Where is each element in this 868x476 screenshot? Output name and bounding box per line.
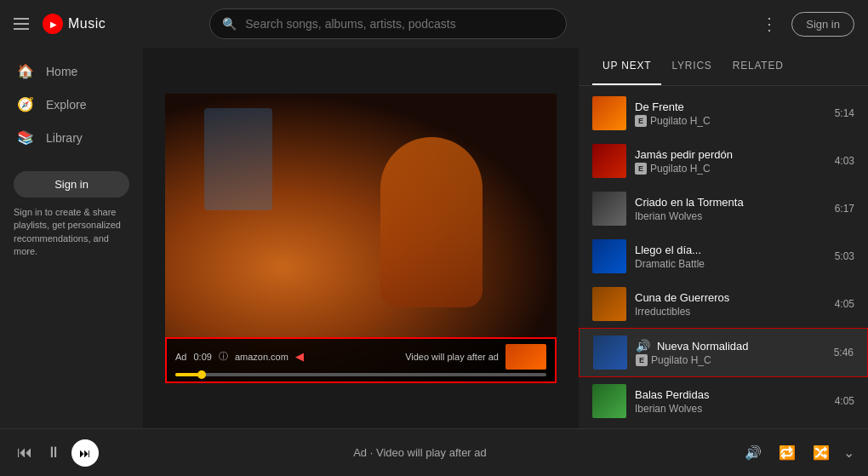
queue-item-artist: EPugilato H_C [635, 115, 826, 127]
home-icon: 🏠 [17, 63, 34, 79]
queue-item[interactable]: Llego el día...Dramatic Battle5:03 [579, 232, 868, 280]
playing-icon: 🔊 [636, 339, 654, 353]
player-controls: ⏮ ⏸ ⏭ [14, 439, 99, 467]
shuffle-button[interactable]: 🔀 [809, 441, 833, 464]
topbar-right: ⋮ Sign in [761, 12, 854, 37]
ad-progress-fill [175, 373, 205, 376]
queue-item-title: 🔊 Nueva Normalidad [636, 339, 825, 353]
tab-up-next[interactable]: UP NEXT [592, 48, 661, 85]
queue-item-title: De Frente [635, 100, 826, 113]
search-input[interactable] [245, 17, 554, 31]
sidebar-item-library[interactable]: 📚 Library [0, 121, 143, 154]
queue-item-thumbnail [592, 96, 626, 130]
queue-item-duration: 4:05 [835, 395, 854, 407]
bottom-ad-text: Ad · Video will play after ad [109, 446, 731, 459]
queue-item-thumbnail [592, 144, 626, 178]
explicit-icon: E [635, 115, 647, 127]
logo-text: Music [68, 16, 106, 32]
queue-item[interactable]: 🔊 Nueva NormalidadEPugilato H_C5:46 [579, 328, 868, 377]
ad-info: Ad 0:09 ⓘ amazon.com ◀ [175, 350, 304, 363]
sidebar-item-library-label: Library [46, 131, 83, 145]
menu-icon[interactable] [14, 18, 29, 30]
queue-item-duration: 5:03 [835, 250, 854, 262]
repeat-button[interactable]: 🔁 [775, 441, 799, 464]
queue-item-duration: 4:05 [835, 298, 854, 310]
queue-item-duration: 5:14 [835, 107, 854, 119]
sidebar-sign-in-button[interactable]: Sign in [14, 171, 129, 198]
queue-item-artist: Dramatic Battle [635, 258, 826, 270]
video-container[interactable]: Ad 0:09 ⓘ amazon.com ◀ Video will play a… [165, 94, 557, 383]
queue-item-info: Jamás pedir perdónEPugilato H_C [635, 148, 826, 175]
queue-item-title: Jamás pedir perdón [635, 148, 826, 161]
bottom-right-controls: 🔊 🔁 🔀 ⌄ [741, 441, 854, 464]
queue-item-info: Cuna de GuerrerosIrreductibles [635, 291, 826, 318]
explore-icon: 🧭 [17, 96, 34, 112]
pause-button[interactable]: ⏸ [43, 440, 65, 465]
ad-will-play-text: Video will play after ad [405, 352, 499, 362]
queue-item-artist: Iberian Wolves [635, 403, 826, 415]
queue-item[interactable]: Criado en la TormentaIberian Wolves6:17 [579, 185, 868, 232]
explicit-icon: E [636, 354, 648, 366]
library-icon: 📚 [17, 129, 34, 146]
sidebar-signin-section: Sign in Sign in to create & share playli… [0, 171, 143, 259]
right-panel: UP NEXT LYRICS RELATED De FrenteEPugilat… [579, 48, 868, 428]
queue-item-thumbnail [593, 335, 627, 370]
ad-overlay: Ad 0:09 ⓘ amazon.com ◀ Video will play a… [165, 337, 557, 383]
queue-item-artist: Iberian Wolves [635, 210, 826, 222]
queue-item-artist: EPugilato H_C [636, 354, 825, 366]
queue-item-duration: 5:46 [834, 347, 854, 358]
sidebar: 🏠 Home 🧭 Explore 📚 Library Sign in Sign … [0, 48, 143, 428]
sidebar-item-home-label: Home [46, 65, 77, 78]
search-icon: 🔍 [222, 17, 237, 31]
queue-item-info: De FrenteEPugilato H_C [635, 100, 826, 127]
tabs-header: UP NEXT LYRICS RELATED [579, 48, 868, 86]
queue-item-artist: Irreductibles [635, 306, 826, 318]
sidebar-item-explore[interactable]: 🧭 Explore [0, 88, 143, 121]
search-bar: 🔍 [209, 9, 567, 39]
queue-item-title: Llego el día... [635, 244, 826, 256]
queue-item-thumbnail [592, 192, 626, 226]
queue-item-thumbnail [592, 384, 626, 418]
sign-in-button-top[interactable]: Sign in [791, 12, 854, 37]
topbar: Music 🔍 ⋮ Sign in [0, 0, 868, 48]
next-button[interactable]: ⏭ [71, 439, 99, 467]
queue-item[interactable]: Jamás pedir perdónEPugilato H_C4:03 [579, 137, 868, 185]
ad-thumbnail [505, 344, 546, 370]
ad-label: Ad [175, 352, 186, 362]
volume-button[interactable]: 🔊 [741, 441, 765, 464]
queue-item[interactable]: Balas PerdidasIberian Wolves4:05 [579, 377, 868, 425]
info-icon[interactable]: ⓘ [219, 350, 228, 363]
queue-item-title: Cuna de Guerreros [635, 291, 826, 304]
queue-item-info: Balas PerdidasIberian Wolves [635, 388, 826, 415]
queue-item-info: Criado en la TormentaIberian Wolves [635, 196, 826, 222]
tab-related[interactable]: RELATED [722, 48, 794, 85]
sidebar-sign-in-desc: Sign in to create & share playlists, get… [14, 206, 129, 259]
tab-lyrics[interactable]: LYRICS [661, 48, 722, 85]
more-options-icon[interactable]: ⋮ [761, 14, 778, 34]
sidebar-item-home[interactable]: 🏠 Home [0, 54, 143, 88]
queue-item[interactable]: Cuna de GuerrerosIrreductibles4:05 [579, 280, 868, 328]
queue-item-duration: 6:17 [835, 203, 854, 215]
arrow-left-icon: ◀ [295, 350, 304, 363]
expand-button[interactable]: ⌄ [843, 444, 854, 461]
queue-item-title: Balas Perdidas [635, 388, 826, 401]
queue-item-duration: 4:03 [835, 155, 854, 167]
logo-icon [43, 14, 63, 34]
ad-time: 0:09 [193, 352, 211, 362]
sidebar-item-explore-label: Explore [46, 98, 86, 112]
logo[interactable]: Music [43, 14, 106, 34]
queue-item-artist: EPugilato H_C [635, 163, 826, 175]
explicit-icon: E [635, 163, 647, 175]
queue-item-thumbnail [592, 287, 626, 321]
bottom-bar: ⏮ ⏸ ⏭ Ad · Video will play after ad 🔊 🔁 … [0, 428, 868, 476]
ad-right: Video will play after ad [405, 344, 546, 370]
ad-progress-bar[interactable] [175, 373, 546, 376]
queue-item-title: Criado en la Tormenta [635, 196, 826, 209]
main-content: 🏠 Home 🧭 Explore 📚 Library Sign in Sign … [0, 48, 868, 428]
center-area: Ad 0:09 ⓘ amazon.com ◀ Video will play a… [143, 48, 579, 428]
queue-item-thumbnail [592, 239, 626, 273]
queue-list: De FrenteEPugilato H_C5:14Jamás pedir pe… [579, 86, 868, 428]
previous-button[interactable]: ⏮ [14, 440, 36, 465]
queue-item-info: 🔊 Nueva NormalidadEPugilato H_C [636, 339, 825, 366]
queue-item[interactable]: De FrenteEPugilato H_C5:14 [579, 89, 868, 137]
